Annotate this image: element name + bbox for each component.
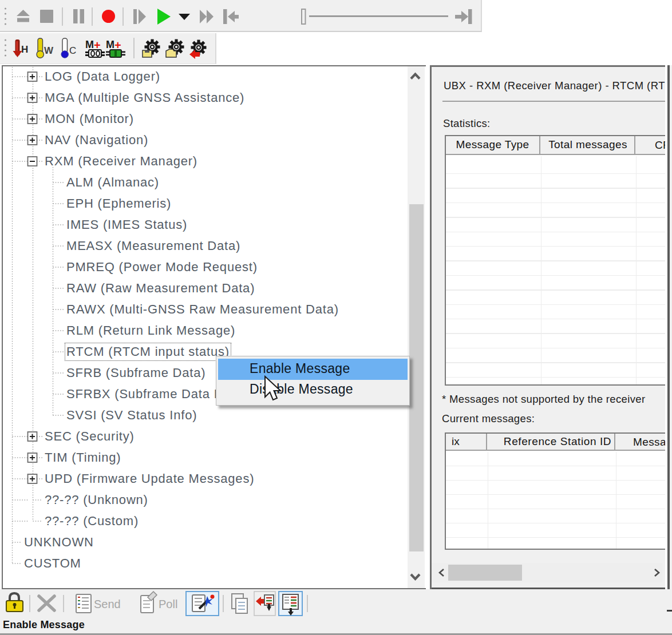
svg-text:H: H	[21, 44, 28, 55]
svg-text:M: M	[85, 39, 94, 50]
svg-text:W: W	[44, 45, 54, 56]
svg-text:Send: Send	[94, 598, 121, 610]
svg-text:C: C	[69, 45, 76, 56]
svg-text:Poll: Poll	[159, 598, 177, 610]
svg-text:M: M	[106, 39, 114, 50]
